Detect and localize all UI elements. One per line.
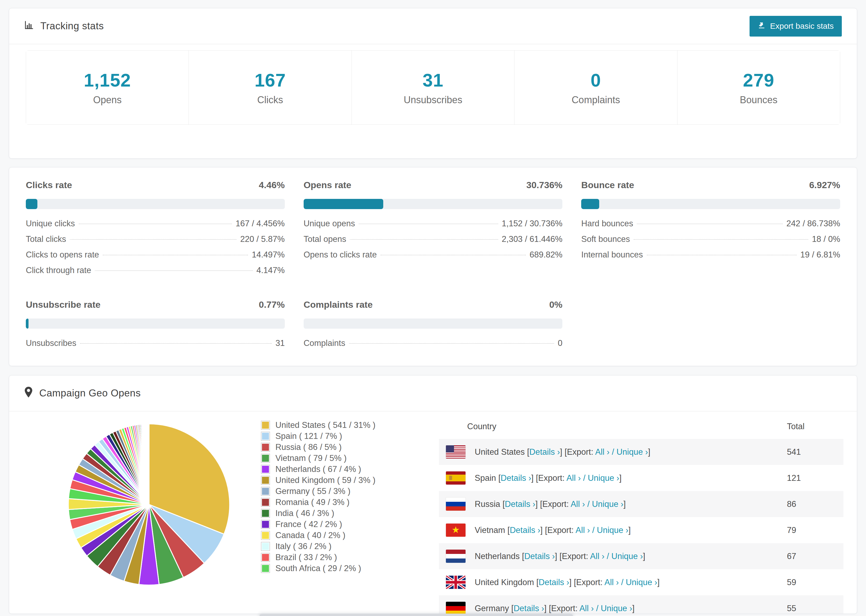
rate-row: Opens to clicks rate689.82% xyxy=(304,250,563,266)
dotted-leader xyxy=(103,255,248,255)
rate-head: Unsubscribe rate0.77% xyxy=(26,299,285,310)
export-all-link[interactable]: All › xyxy=(567,473,581,483)
export-all-link[interactable]: All › xyxy=(604,578,619,587)
export-all-link[interactable]: All › xyxy=(579,603,594,613)
total-cell: 541 xyxy=(787,447,843,457)
export-label: Export: xyxy=(567,447,595,457)
stat-label: Opens xyxy=(93,94,121,105)
rate-row-label: Total clicks xyxy=(26,234,66,244)
rate-rows: Hard bounces242 / 86.738%Soft bounces18 … xyxy=(581,219,840,266)
export-all-link[interactable]: All › xyxy=(571,499,585,509)
country-links: Vietnam [Details ›] [Export: All › / Uni… xyxy=(475,525,631,535)
legend-item-italy: Italy ( 36 / 2% ) xyxy=(261,541,412,552)
export-basic-stats-button[interactable]: Export basic stats xyxy=(749,16,842,36)
export-all-link[interactable]: All › xyxy=(576,525,590,535)
legend-label: United States ( 541 / 31% ) xyxy=(276,420,375,430)
export-all-link[interactable]: All › xyxy=(590,552,604,561)
export-unique-link[interactable]: Unique › xyxy=(592,499,624,509)
legend-label: Italy ( 36 / 2% ) xyxy=(276,542,331,551)
country-name: Spain xyxy=(475,473,498,483)
rate-title: Opens rate xyxy=(304,180,351,190)
country-cell: Germany [Details ›] [Export: All › / Uni… xyxy=(439,602,787,614)
rate-row: Internal bounces19 / 6.81% xyxy=(581,250,840,266)
bracket: ] [ xyxy=(569,578,576,587)
dotted-leader xyxy=(80,343,272,344)
details-link[interactable]: Details › xyxy=(514,603,544,613)
legend-item-netherlands: Netherlands ( 67 / 4% ) xyxy=(261,464,412,475)
legend-label: South Africa ( 29 / 2% ) xyxy=(276,564,361,573)
dotted-leader xyxy=(637,224,783,224)
legend-label: Vietnam ( 79 / 5% ) xyxy=(276,453,347,463)
country-links: Russia [Details ›] [Export: All › / Uniq… xyxy=(475,499,626,509)
legend-item-spain: Spain ( 121 / 7% ) xyxy=(261,431,412,442)
slash-separator: / xyxy=(585,499,592,509)
details-link[interactable]: Details › xyxy=(510,525,540,535)
geo-table: Country Total United States [Details ›] … xyxy=(439,414,843,614)
legend-item-brazil: Brazil ( 33 / 2% ) xyxy=(261,552,412,563)
table-row-de: Germany [Details ›] [Export: All › / Uni… xyxy=(439,595,843,614)
export-unique-link[interactable]: Unique › xyxy=(616,447,648,457)
details-link[interactable]: Details › xyxy=(529,447,560,457)
export-unique-link[interactable]: Unique › xyxy=(601,603,632,613)
rate-progress-fill xyxy=(304,199,383,209)
rate-title: Clicks rate xyxy=(26,180,72,190)
rate-row-label: Total opens xyxy=(304,234,346,244)
rate-row-label: Hard bounces xyxy=(581,219,633,228)
legend-swatch xyxy=(261,465,269,473)
export-label: Export: xyxy=(542,499,571,509)
export-unique-link[interactable]: Unique › xyxy=(611,552,643,561)
pie-chart-svg xyxy=(60,416,238,593)
country-name: United Kingdom xyxy=(475,578,536,587)
rate-card-clicks-rate: Clicks rate4.46%Unique clicks167 / 4.456… xyxy=(26,180,285,281)
legend-item-india: India ( 46 / 3% ) xyxy=(261,508,412,519)
total-cell: 55 xyxy=(787,603,843,613)
details-link[interactable]: Details › xyxy=(505,499,535,509)
rate-row-value: 2,303 / 61.446% xyxy=(502,234,563,244)
legend-swatch xyxy=(261,476,269,484)
table-row-ru: Russia [Details ›] [Export: All › / Uniq… xyxy=(439,491,843,517)
rate-value: 0.77% xyxy=(259,299,285,310)
bracket: [ xyxy=(498,473,501,483)
rate-head: Complaints rate0% xyxy=(304,299,563,310)
bracket: ] xyxy=(632,603,635,613)
stat-box-opens: 1,152Opens xyxy=(26,50,189,124)
dotted-leader xyxy=(70,239,236,240)
stat-value: 0 xyxy=(590,70,601,91)
geo-table-header: Country Total xyxy=(439,414,843,439)
rate-value: 0% xyxy=(549,299,562,310)
rate-card-opens-rate: Opens rate30.736%Unique opens1,152 / 30.… xyxy=(304,180,563,281)
bracket: ] xyxy=(624,499,626,509)
export-button-label: Export basic stats xyxy=(770,22,834,31)
rate-row: Unique clicks167 / 4.456% xyxy=(26,219,285,234)
rate-row-value: 18 / 0% xyxy=(812,234,840,244)
details-link[interactable]: Details › xyxy=(524,552,555,561)
rate-value: 6.927% xyxy=(809,180,840,190)
rate-card-bounce-rate: Bounce rate6.927%Hard bounces242 / 86.73… xyxy=(581,180,840,281)
rate-row: Total opens2,303 / 61.446% xyxy=(304,234,563,250)
export-unique-link[interactable]: Unique › xyxy=(587,473,619,483)
total-cell: 121 xyxy=(787,473,843,483)
vn-star: ★ xyxy=(452,525,460,534)
export-unique-link[interactable]: Unique › xyxy=(626,578,657,587)
slash-separator: / xyxy=(590,525,597,535)
export-unique-link[interactable]: Unique › xyxy=(597,525,628,535)
stat-box-complaints: 0Complaints xyxy=(515,50,677,124)
rate-row-value: 167 / 4.456% xyxy=(236,219,285,228)
page: Tracking stats Export basic stats 1,152O… xyxy=(0,8,866,616)
flag-es xyxy=(446,471,466,485)
rate-row: Unsubscribes31 xyxy=(26,338,285,354)
legend-label: Canada ( 40 / 2% ) xyxy=(276,531,345,540)
details-link[interactable]: Details › xyxy=(501,473,531,483)
rate-progress-track xyxy=(304,199,563,209)
details-link[interactable]: Details › xyxy=(539,578,569,587)
table-row-us: United States [Details ›] [Export: All ›… xyxy=(439,439,843,465)
rate-card-complaints-rate: Complaints rate0%Complaints0 xyxy=(304,299,563,354)
bracket: ] xyxy=(643,552,645,561)
legend-label: France ( 42 / 2% ) xyxy=(276,520,342,529)
rate-progress-track xyxy=(26,319,285,329)
bracket: ] [ xyxy=(560,447,567,457)
rate-row-label: Internal bounces xyxy=(581,250,643,259)
summary-wrap: 1,152Opens167Clicks31Unsubscribes0Compla… xyxy=(9,44,857,125)
export-all-link[interactable]: All › xyxy=(595,447,609,457)
country-links: Spain [Details ›] [Export: All › / Uniqu… xyxy=(475,473,622,483)
